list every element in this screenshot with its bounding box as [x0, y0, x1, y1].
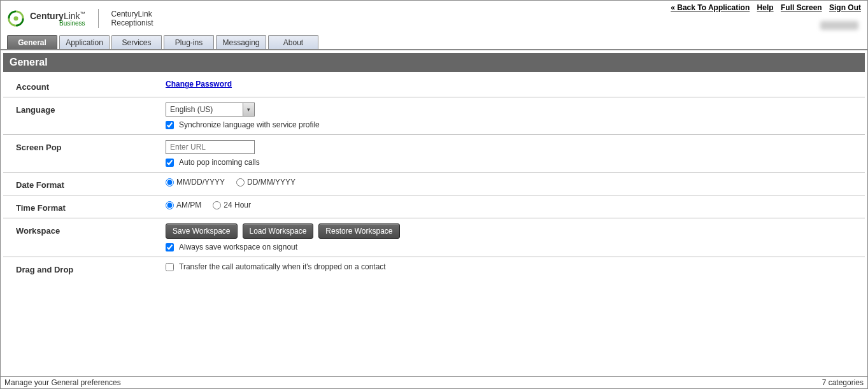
transfer-on-drop-checkbox[interactable]: [166, 263, 174, 271]
change-password-link[interactable]: Change Password: [166, 80, 232, 88]
timeformat-label: Time Format: [16, 201, 166, 213]
section-dateformat: Date Format MM/DD/YYYY DD/MM/YYYY: [3, 173, 865, 195]
chevron-down-icon: ▾: [247, 106, 250, 113]
section-account: Account Change Password: [3, 74, 865, 97]
signout-link[interactable]: Sign Out: [829, 3, 861, 12]
dateformat-label: Date Format: [16, 178, 166, 190]
tab-plugins[interactable]: Plug-ins: [164, 35, 214, 49]
app-title: CenturyLink Receptionist: [111, 10, 153, 28]
user-name-blurred: [820, 21, 858, 30]
dateformat-opt2[interactable]: DD/MM/YYYY: [236, 178, 295, 187]
tab-messaging[interactable]: Messaging: [216, 35, 266, 49]
svg-point-0: [14, 17, 18, 21]
back-to-app-link[interactable]: « Back To Application: [671, 3, 750, 12]
dateformat-radio-mdy[interactable]: [166, 178, 174, 187]
section-screenpop: Screen Pop Auto pop incoming calls: [3, 135, 865, 173]
load-workspace-button[interactable]: Load Workspace: [243, 223, 314, 239]
status-bar: Manage your General preferences 7 catego…: [1, 376, 867, 388]
workspace-label: Workspace: [16, 223, 166, 251]
autopop-checkbox[interactable]: [166, 159, 174, 167]
help-link[interactable]: Help: [757, 3, 774, 12]
transfer-on-drop-label: Transfer the call automatically when it'…: [179, 262, 386, 271]
status-right: 7 categories: [822, 378, 864, 387]
company-name: CenturyLink™ Business: [30, 11, 85, 27]
dateformat-opt1[interactable]: MM/DD/YYYY: [166, 178, 225, 187]
centurylink-logo-icon: [7, 10, 25, 27]
language-select[interactable]: English (US) ▾: [166, 103, 255, 117]
sync-language-checkbox[interactable]: [166, 121, 174, 129]
header-divider: [98, 9, 99, 28]
timeformat-opt2[interactable]: 24 Hour: [213, 201, 251, 209]
tab-about[interactable]: About: [268, 35, 318, 49]
fullscreen-link[interactable]: Full Screen: [781, 3, 822, 12]
section-workspace: Workspace Save Workspace Load Workspace …: [3, 218, 865, 257]
section-language: Language English (US) ▾ Synchronize lang…: [3, 97, 865, 135]
dateformat-radio-dmy[interactable]: [236, 178, 245, 187]
panel: General Account Change Password Language…: [1, 49, 867, 279]
tabs-bar: General Application Services Plug-ins Me…: [1, 35, 867, 49]
timeformat-opt1[interactable]: AM/PM: [166, 201, 201, 209]
language-selected-value: English (US): [166, 105, 243, 114]
restore-workspace-button[interactable]: Restore Workspace: [318, 223, 399, 239]
account-label: Account: [16, 80, 166, 92]
panel-content: Account Change Password Language English…: [1, 74, 867, 279]
sync-language-label: Synchronize language with service profil…: [179, 120, 320, 129]
section-timeformat: Time Format AM/PM 24 Hour: [3, 195, 865, 218]
tab-general[interactable]: General: [7, 35, 57, 49]
save-workspace-button[interactable]: Save Workspace: [166, 223, 238, 239]
timeformat-radio-24h[interactable]: [213, 201, 221, 209]
dragdrop-label: Drag and Drop: [16, 262, 166, 274]
dropdown-button[interactable]: ▾: [243, 103, 254, 116]
top-links: « Back To Application Help Full Screen S…: [665, 3, 861, 12]
status-left: Manage your General preferences: [4, 378, 121, 387]
screenpop-label: Screen Pop: [16, 140, 166, 167]
section-dragdrop: Drag and Drop Transfer the call automati…: [3, 257, 865, 279]
timeformat-radio-ampm[interactable]: [166, 201, 174, 209]
logo-area: CenturyLink™ Business CenturyLink Recept…: [7, 9, 153, 28]
always-save-checkbox[interactable]: [166, 243, 174, 251]
language-label: Language: [16, 103, 166, 129]
tab-application[interactable]: Application: [59, 35, 110, 49]
screenpop-url-input[interactable]: [166, 140, 255, 154]
tab-services[interactable]: Services: [111, 35, 162, 49]
autopop-label: Auto pop incoming calls: [179, 158, 260, 167]
always-save-label: Always save workspace on signout: [179, 243, 297, 251]
panel-title: General: [3, 53, 865, 72]
